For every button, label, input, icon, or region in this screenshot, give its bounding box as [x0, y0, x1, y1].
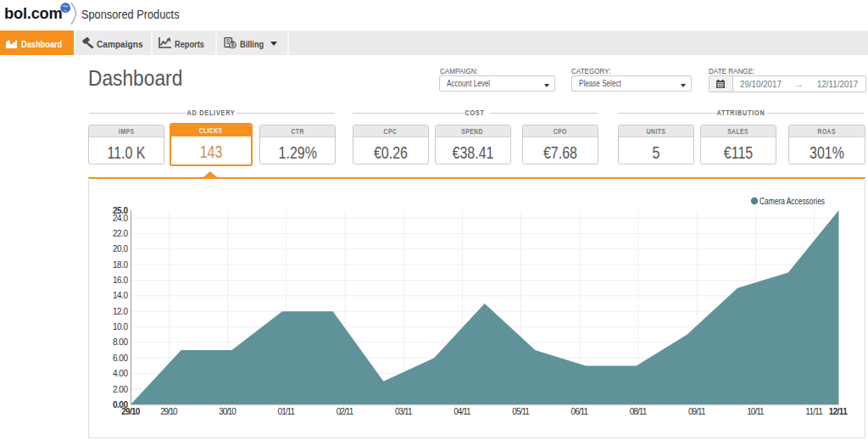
svg-text:12.0: 12.0 — [113, 306, 128, 315]
svg-text:06/11: 06/11 — [571, 406, 589, 415]
svg-text:09/11: 09/11 — [688, 406, 706, 415]
svg-text:8.00: 8.00 — [113, 337, 128, 347]
svg-text:6.00: 6.00 — [113, 353, 128, 362]
svg-text:2.00: 2.00 — [113, 384, 128, 393]
svg-text:14.0: 14.0 — [113, 291, 128, 300]
svg-text:29/10: 29/10 — [121, 406, 140, 415]
svg-text:10.0: 10.0 — [113, 322, 128, 331]
svg-text:30/10: 30/10 — [219, 406, 236, 415]
svg-text:29/10: 29/10 — [160, 406, 178, 415]
svg-text:04/11: 04/11 — [453, 406, 471, 415]
svg-text:05/11: 05/11 — [512, 406, 530, 415]
svg-text:16.0: 16.0 — [113, 276, 128, 285]
svg-text:08/11: 08/11 — [630, 406, 648, 415]
svg-text:02/11: 02/11 — [337, 406, 354, 415]
svg-text:18.0: 18.0 — [113, 259, 128, 269]
svg-text:20.0: 20.0 — [113, 244, 128, 253]
svg-text:Camera Accessories: Camera Accessories — [760, 197, 825, 206]
svg-text:12/11: 12/11 — [829, 406, 848, 415]
svg-text:01/11: 01/11 — [278, 406, 296, 415]
svg-text:22.0: 22.0 — [113, 229, 128, 238]
svg-text:11/11: 11/11 — [805, 406, 823, 415]
svg-text:03/11: 03/11 — [395, 406, 413, 415]
svg-text:4.00: 4.00 — [113, 369, 128, 378]
svg-text:24.0: 24.0 — [113, 213, 128, 222]
svg-text:10/11: 10/11 — [747, 406, 765, 415]
svg-text:$: $ — [231, 42, 234, 48]
